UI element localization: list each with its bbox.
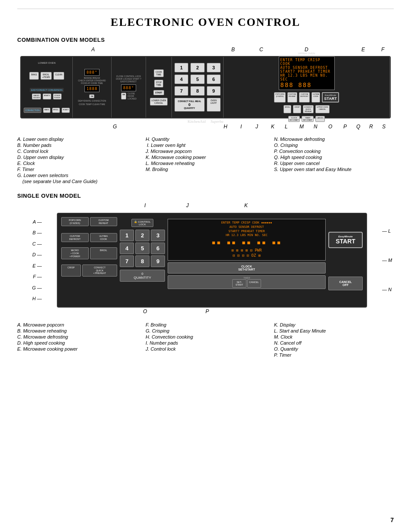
single-broil-btn[interactable]: BROIL bbox=[90, 247, 118, 259]
label-A-top: A bbox=[91, 47, 95, 53]
cancel-btn[interactable]: CANCEL bbox=[315, 116, 325, 122]
single-quantity-btn[interactable]: 0QUANTITY bbox=[120, 270, 165, 282]
s-legend-K: K. Display bbox=[274, 322, 394, 327]
bake-btn[interactable]: BAKE bbox=[29, 72, 38, 80]
lower-display-area: 888° BAKING BREADCHECK ENTER STANDARDFOO… bbox=[73, 57, 112, 118]
legend-E: E. Clock bbox=[17, 161, 137, 166]
on-btn2[interactable]: ON bbox=[121, 93, 126, 100]
num-8[interactable]: 8 bbox=[190, 86, 204, 96]
single-bottom-labels: O P bbox=[50, 308, 361, 318]
s-legend-D: D. High speed cooking bbox=[17, 340, 137, 345]
label-L-right: — L bbox=[382, 228, 394, 233]
clean-btn[interactable]: CLEAN bbox=[53, 72, 64, 80]
label-E-left: E — bbox=[17, 263, 42, 268]
label-F-left: F — bbox=[17, 274, 42, 279]
easyminute-start-btn[interactable]: EasyMinute START bbox=[322, 92, 339, 103]
cook-time-btn[interactable]: COOKTIME bbox=[154, 69, 164, 77]
single-right-labels: — L — M — N bbox=[379, 213, 394, 308]
popcorn-btn[interactable]: POPCORN(3 SIZES) bbox=[274, 92, 285, 103]
baked-goods-btn[interactable]: BAKEDGOODS bbox=[32, 93, 41, 100]
single-main-display: ENTER TEMP CRISP COOK ▪▪▪▪▪▪ AUTO SENSOR… bbox=[168, 219, 326, 261]
num-9[interactable]: 9 bbox=[207, 86, 221, 96]
meats-btn[interactable]: MEATS bbox=[43, 93, 51, 100]
s-num-8[interactable]: 8 bbox=[135, 255, 149, 267]
s-num-6[interactable]: 6 bbox=[151, 243, 165, 254]
label-Q-bottom: Q bbox=[356, 124, 360, 130]
single-ultima-cook-btn[interactable]: ULTIMACOOK bbox=[90, 233, 118, 242]
label-M-bottom: M bbox=[299, 124, 304, 130]
other-foods-btn[interactable]: OTHERFOODS bbox=[53, 93, 62, 100]
upper-oven-cancel-btn[interactable]: UPPER OVENCANCEL bbox=[315, 105, 329, 113]
conv-broil-btn[interactable]: BROIL bbox=[52, 108, 60, 113]
timer-set-start-btn[interactable]: SET-START bbox=[232, 279, 246, 288]
number-pad-section: 1 2 3 4 5 6 7 8 9 CONVECT FULL MEAL 0 QU… bbox=[172, 57, 224, 118]
conv-bake-btn[interactable]: BAKE bbox=[43, 108, 50, 113]
label-S-bottom: S bbox=[382, 124, 386, 130]
single-top-labels: I J K bbox=[50, 202, 361, 212]
s-num-4[interactable]: 4 bbox=[120, 243, 134, 254]
num-1[interactable]: 1 bbox=[174, 63, 188, 72]
row-micro-broil: MiCRO• COOK• POWER BROIL bbox=[61, 247, 117, 259]
label-G-left: G — bbox=[17, 285, 42, 290]
custom-defrost-btn[interactable]: CUSTOMDEFROST bbox=[299, 92, 310, 103]
num-6[interactable]: 6 bbox=[207, 75, 221, 84]
s-num-7[interactable]: 7 bbox=[120, 255, 134, 267]
timer-set-start-btn[interactable]: TIMERSET-START bbox=[302, 116, 314, 122]
single-crisp-btn[interactable]: CRISP bbox=[61, 264, 81, 277]
upper-display: ENTER TEMP CRISP COOKAUTO SENSOR DEFROST… bbox=[279, 56, 335, 90]
combo-bottom-labels: G H I J K L M N O P Q R S bbox=[20, 124, 391, 133]
s-num-9[interactable]: 9 bbox=[151, 255, 165, 267]
s-num-5[interactable]: 5 bbox=[135, 243, 149, 254]
single-custom-reheat-btn[interactable]: CUSTOMREHEAT bbox=[90, 217, 118, 226]
combo-legend-col2: H. Quantity I. Lower oven light J. Micro… bbox=[146, 137, 265, 185]
single-popcorn-btn[interactable]: POPCORN(3 SIZES) bbox=[61, 217, 89, 226]
conv-roast-btn[interactable]: ROAST bbox=[62, 108, 70, 113]
label-D-top: D bbox=[305, 47, 308, 53]
single-micro-btn[interactable]: MiCRO• COOK• POWER bbox=[61, 247, 89, 259]
combo-oven-panel: LOWER OVEN BAKE BROIL+ITEMS CLEAN EASYCO… bbox=[20, 56, 391, 118]
lower-display2: 1888 bbox=[84, 85, 100, 92]
single-function-btns: POPCORN(3 SIZES) CUSTOMREHEAT CUSTOMDEFR… bbox=[61, 217, 117, 303]
num-2[interactable]: 2 bbox=[190, 63, 204, 72]
cancel-off-btn[interactable]: CANCELOFF bbox=[328, 277, 363, 290]
legend-R: R. Upper oven cancel bbox=[274, 161, 394, 166]
easyminute-start-single[interactable]: EasyMinute START bbox=[328, 232, 363, 248]
on-btn-lower[interactable]: ON bbox=[89, 94, 94, 98]
start-btn-lower[interactable]: START bbox=[153, 90, 164, 95]
control-lock-indicator: 🔒 CONTROLLOCK bbox=[131, 219, 153, 227]
broil-btn[interactable]: BROIL+ITEMS bbox=[40, 72, 52, 80]
crisp-btn[interactable]: CRISP bbox=[293, 105, 301, 113]
s-num-3[interactable]: 3 bbox=[151, 230, 165, 241]
custom-reheat-btn[interactable]: CUSTOMREHEAT bbox=[287, 92, 297, 103]
legend-K: K. Microwave cooking power bbox=[146, 155, 265, 160]
oven-light-btn[interactable]: OVENLIGHT bbox=[207, 98, 221, 112]
convect-quick-reheat-btn[interactable]: CONVECTQUICKREHEAT bbox=[303, 105, 314, 113]
num-7[interactable]: 7 bbox=[174, 86, 188, 96]
single-custom-defrost-btn[interactable]: CUSTOMDEFROST bbox=[61, 233, 89, 242]
legend-I: I. Lower oven light bbox=[146, 143, 265, 148]
combo-section: COMBINATION OVEN MODELS A B C D E F LOWE… bbox=[17, 37, 394, 185]
single-convect-btn[interactable]: CONVECTQUICK• PREHEAT bbox=[82, 264, 117, 277]
s-legend-I: I. Number pads bbox=[146, 340, 265, 345]
num-5[interactable]: 5 bbox=[190, 75, 204, 84]
single-timer-row: TIMER SET-START CANCEL bbox=[168, 275, 326, 289]
legend-N: N. Microwave defrosting bbox=[274, 137, 394, 142]
upper-oven-section: UPPER OVEN ENTER TEMP CRISP COOKAUTO SEN… bbox=[224, 57, 390, 118]
ultima-cook-btn[interactable]: ULTIMACOOK bbox=[311, 92, 320, 103]
num-4[interactable]: 4 bbox=[174, 75, 188, 84]
s-num-1[interactable]: 1 bbox=[120, 230, 134, 241]
label-O-bottom: O bbox=[328, 124, 332, 130]
stop-time-btn[interactable]: STOPTIME bbox=[154, 80, 164, 87]
legend-D: D. Upper oven display bbox=[17, 155, 137, 160]
single-section-title: SINGLE OVEN MODEL bbox=[17, 193, 394, 199]
timer-cancel-btn[interactable]: CANCEL bbox=[247, 279, 261, 288]
broil-upper-btn[interactable]: BROIL bbox=[283, 105, 291, 113]
s-num-2[interactable]: 2 bbox=[135, 230, 149, 241]
combo-legend-col1: A. Lower oven display B. Number pads C. … bbox=[17, 137, 137, 185]
legend-M: M. Broiling bbox=[146, 167, 265, 172]
lower-oven-cancel-btn[interactable]: LOWER OVENCANCEL bbox=[150, 98, 168, 106]
clock-set-start-btn-upper[interactable]: CLOCKSET-START bbox=[288, 116, 300, 122]
num-3[interactable]: 3 bbox=[207, 63, 221, 72]
single-clock-btn[interactable]: CLOCKSET•START bbox=[168, 262, 326, 274]
num-0-convect[interactable]: CONVECT FULL MEAL 0 QUANTITY bbox=[174, 98, 205, 112]
